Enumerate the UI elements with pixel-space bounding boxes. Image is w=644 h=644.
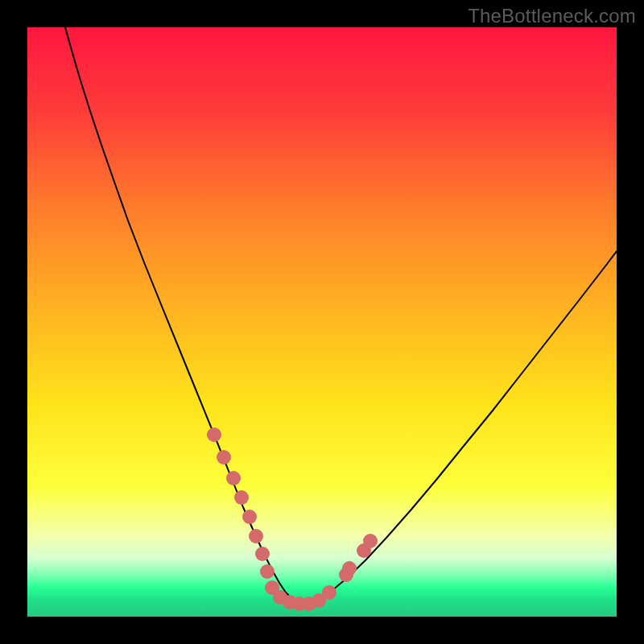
chart-plot-area	[27, 27, 617, 617]
curve-marker	[322, 585, 336, 600]
chart-curve-layer	[27, 27, 617, 617]
chart-outer-frame: TheBottleneck.com	[0, 0, 644, 644]
watermark-text: TheBottleneck.com	[468, 5, 636, 27]
curve-marker	[234, 490, 249, 505]
curve-marker	[255, 547, 270, 561]
curve-marker	[226, 471, 241, 485]
curve-marker	[249, 529, 263, 543]
curve-marker	[217, 450, 231, 464]
bottleneck-markers	[207, 427, 378, 611]
curve-marker	[260, 564, 275, 579]
bottleneck-curve	[65, 27, 617, 602]
curve-marker	[363, 534, 378, 548]
curve-marker	[242, 510, 257, 524]
curve-marker	[207, 427, 221, 442]
curve-marker	[342, 561, 357, 576]
